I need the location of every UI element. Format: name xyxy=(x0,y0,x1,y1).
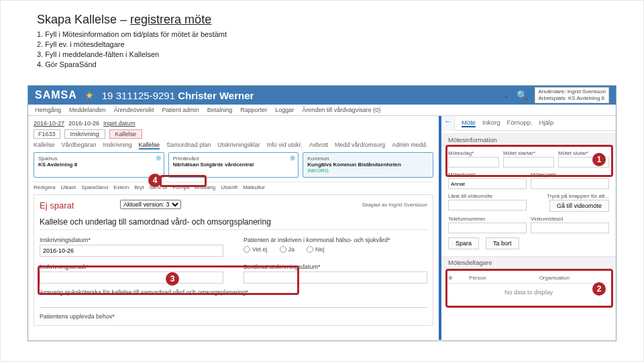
highlight-box xyxy=(160,175,207,187)
videolank-input[interactable] xyxy=(448,200,527,210)
motesform-input[interactable] xyxy=(448,178,527,189)
main-area: 2016-10-27 2016-10-26 Inget datum F1633 … xyxy=(28,116,441,340)
logo: SAMSA xyxy=(35,89,77,101)
section-deltagare: Mötesdeltagare xyxy=(441,256,616,269)
label: Inskrivningsdatum* xyxy=(40,237,223,243)
plus-icon[interactable]: ⊕ xyxy=(290,154,295,162)
slide-title: Skapa Kallelse – registrera möte xyxy=(37,13,643,27)
radio-ja[interactable]: Ja xyxy=(280,246,295,253)
delete-button[interactable]: Ta bort xyxy=(486,237,519,249)
menu-item[interactable]: Ärenden till vårdvägvisare (0) xyxy=(302,107,380,113)
ansvarig-input[interactable] xyxy=(40,297,427,308)
menu-item[interactable]: Ärendeöversikt xyxy=(114,107,154,113)
date-nodate[interactable]: Inget datum xyxy=(103,120,136,127)
radio-nej[interactable]: Nej xyxy=(307,246,325,253)
patient-info: 19 311125-9291 Christer Werner xyxy=(102,90,254,101)
step-badge: 1 xyxy=(592,153,606,166)
step-badge: 2 xyxy=(592,282,606,296)
menu-item[interactable]: Rapporter xyxy=(240,107,267,113)
tab-kallelse[interactable]: Kallelse xyxy=(109,129,143,139)
menu-item[interactable]: Betalning xyxy=(207,107,233,113)
tab-hjalp[interactable]: Hjälp xyxy=(539,119,554,127)
save-button[interactable]: Spara xyxy=(448,237,479,249)
inskrivningsdatum-input[interactable] xyxy=(40,245,223,257)
collapse-arrow-icon[interactable]: ← xyxy=(441,116,455,131)
search-icon[interactable]: 🔍 xyxy=(517,90,528,101)
menu-item[interactable]: Patient admin xyxy=(162,107,199,113)
label: Patienten är inskriven i kommunal hälso-… xyxy=(244,237,427,243)
motesplats-input[interactable] xyxy=(531,178,609,189)
radio-vetej[interactable]: Vet ej xyxy=(244,246,268,253)
menu-item[interactable]: Meddelanden xyxy=(69,107,106,113)
chevron-down-icon[interactable]: ⌄ xyxy=(503,90,510,100)
subtabs: Kallelse Vårdbegäran Inskrivning Kallels… xyxy=(34,141,433,149)
card-kommun[interactable]: Kommun Kungälvs Kommun Biståndsenheten I… xyxy=(303,152,433,178)
app-header: SAMSA ★ 19 311125-9291 Christer Werner ⌄… xyxy=(28,86,616,105)
videoid-input[interactable] xyxy=(531,223,609,233)
created-by: Skapad av Ingrid Svensson xyxy=(362,202,427,208)
form-panel: Ej sparat Aktuell version: 3 Skapad av I… xyxy=(34,194,433,326)
panel-title: Kallelse och underlag till samordnad vår… xyxy=(40,217,427,227)
step-badge: 4 xyxy=(148,174,162,187)
menu-item[interactable]: Hemgång xyxy=(35,107,61,113)
menubar: Hemgång Meddelanden Ärendeöversikt Patie… xyxy=(28,105,616,116)
date-today[interactable]: 2016-10-27 xyxy=(34,120,64,127)
label: Patientens upplevda behov* xyxy=(40,313,427,320)
login-info: Användare: Ingrid Svensson Arbetsplats: … xyxy=(535,87,609,103)
date-yesterday[interactable]: 2016-10-26 xyxy=(68,120,99,127)
step-badge: 3 xyxy=(166,272,179,286)
card-sjukhus[interactable]: ⊕ Sjukhus KS Avdelning 8 xyxy=(34,152,164,178)
sparasand-link[interactable]: SparaSänd xyxy=(81,184,108,190)
star-icon[interactable]: ★ xyxy=(85,90,94,101)
case-id[interactable]: F1633 xyxy=(34,129,60,139)
tab-inskrivning[interactable]: Inskrivning xyxy=(64,129,105,139)
card-primarvard[interactable]: ⊕ Primärvård Närhälsan Solgärde vårdcent… xyxy=(168,152,299,178)
goto-video-button[interactable]: Gå till videomöte xyxy=(549,200,609,212)
highlight-box xyxy=(445,145,613,177)
slide-steps: 1. Fyll i Mötesinformation om tid/plats … xyxy=(37,29,643,69)
plus-icon[interactable]: ⊕ xyxy=(156,154,161,162)
highlight-box xyxy=(445,269,613,308)
version-select[interactable]: Aktuell version: 3 xyxy=(120,200,181,209)
action-row: Redigera Utkast SparaSänd Extern Bryt Sk… xyxy=(34,182,433,190)
telefon-input[interactable] xyxy=(448,223,527,233)
tab-mote[interactable]: Möte xyxy=(462,119,476,127)
menu-item[interactable]: Loggar xyxy=(275,107,294,113)
tab-fornopp[interactable]: Förnopp. xyxy=(507,119,533,127)
tab-inkorg[interactable]: Inkorg xyxy=(482,119,500,127)
